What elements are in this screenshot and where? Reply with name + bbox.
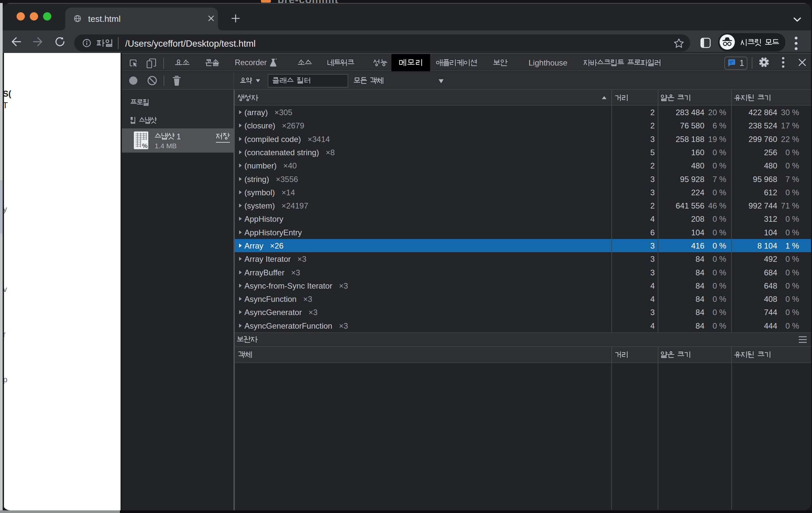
svg-text:%: % bbox=[142, 142, 148, 149]
